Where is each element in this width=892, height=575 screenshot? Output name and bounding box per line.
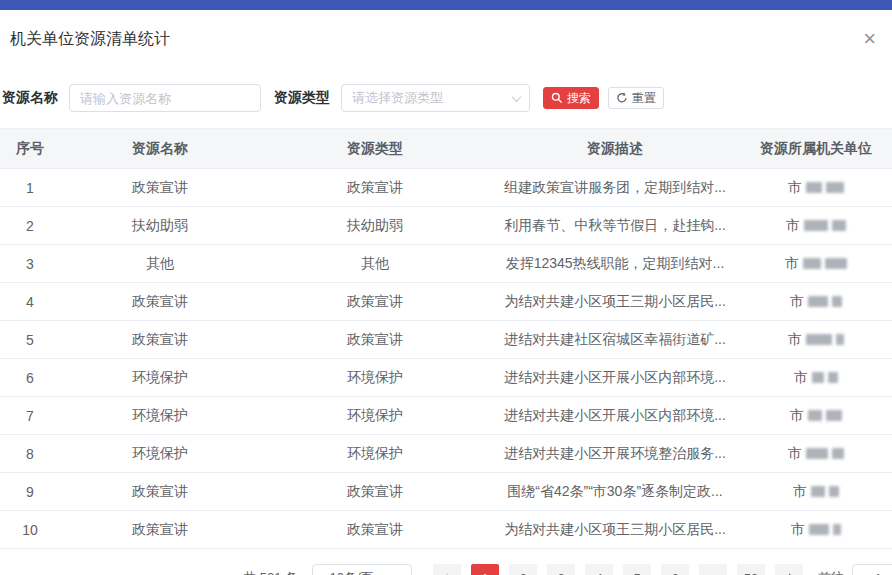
cell-resource-type: 环境保护 — [260, 435, 490, 473]
redacted-block — [828, 372, 838, 383]
cell-resource-desc: 为结对共建小区项王三期小区居民... — [490, 283, 740, 321]
column-header-type: 资源类型 — [260, 129, 490, 169]
redacted-block — [832, 220, 846, 231]
table-row: 10 政策宣讲 政策宣讲 为结对共建小区项王三期小区居民... 市 — [0, 511, 892, 549]
top-accent-bar — [0, 0, 892, 10]
resource-name-input[interactable] — [69, 84, 261, 112]
chevron-down-icon — [386, 572, 396, 575]
cell-resource-type: 政策宣讲 — [260, 169, 490, 207]
table-row: 7 环境保护 环境保护 进结对共建小区开展小区内部环境... 市 — [0, 397, 892, 435]
search-button[interactable]: 搜索 — [543, 87, 599, 109]
chevron-down-icon — [512, 92, 522, 102]
cell-resource-unit: 市 — [740, 397, 892, 435]
modal-header: 机关单位资源清单统计 × — [0, 10, 892, 50]
cell-index: 2 — [0, 207, 60, 245]
redacted-block — [806, 334, 832, 345]
redacted-block — [806, 448, 828, 459]
resource-type-label: 资源类型 — [274, 89, 330, 107]
cell-resource-desc: 进结对共建小区开展小区内部环境... — [490, 359, 740, 397]
page-number-group: 123456•••53 — [466, 564, 770, 575]
cell-resource-desc: 进结对共建小区开展小区内部环境... — [490, 397, 740, 435]
resource-table: 序号 资源名称 资源类型 资源描述 资源所属机关单位 1 政策宣讲 政策宣讲 组… — [0, 128, 892, 549]
table-row: 8 环境保护 环境保护 进结对共建小区开展环境整治服务... 市 — [0, 435, 892, 473]
cell-resource-desc: 为结对共建小区项王三期小区居民... — [490, 511, 740, 549]
cell-resource-type: 环境保护 — [260, 359, 490, 397]
cell-index: 8 — [0, 435, 60, 473]
table-header: 序号 资源名称 资源类型 资源描述 资源所属机关单位 — [0, 129, 892, 169]
next-page-button[interactable] — [775, 564, 803, 575]
page-button-1[interactable]: 1 — [471, 564, 499, 575]
cell-index: 6 — [0, 359, 60, 397]
cell-resource-type: 政策宣讲 — [260, 511, 490, 549]
table-row: 9 政策宣讲 政策宣讲 围绕“省42条”“市30条”逐条制定政... 市 — [0, 473, 892, 511]
redacted-block — [833, 524, 841, 535]
cell-resource-desc: 利用春节、中秋等节假日，赴挂钩... — [490, 207, 740, 245]
cell-resource-desc: 围绕“省42条”“市30条”逐条制定政... — [490, 473, 740, 511]
cell-resource-name: 政策宣讲 — [60, 283, 260, 321]
page-size-value: 10条/页 — [329, 569, 373, 575]
cell-resource-name: 其他 — [60, 245, 260, 283]
goto-page-input[interactable] — [852, 564, 892, 575]
cell-resource-unit: 市 — [740, 169, 892, 207]
column-header-desc: 资源描述 — [490, 129, 740, 169]
total-count: 共 521 条 — [243, 569, 298, 575]
cell-resource-desc: 进结对共建小区开展环境整治服务... — [490, 435, 740, 473]
filter-bar: 资源名称 资源类型 请选择资源类型 搜索 重置 — [2, 84, 892, 112]
redacted-block — [832, 296, 842, 307]
cell-resource-name: 政策宣讲 — [60, 473, 260, 511]
redacted-block — [826, 410, 842, 421]
page-button-3[interactable]: 3 — [547, 564, 575, 575]
redacted-block — [832, 448, 844, 459]
cell-index: 3 — [0, 245, 60, 283]
cell-resource-unit: 市 — [740, 245, 892, 283]
cell-resource-type: 环境保护 — [260, 397, 490, 435]
redacted-block — [812, 372, 824, 383]
page-button-4[interactable]: 4 — [585, 564, 613, 575]
cell-resource-name: 环境保护 — [60, 359, 260, 397]
cell-resource-name: 扶幼助弱 — [60, 207, 260, 245]
cell-resource-name: 政策宣讲 — [60, 511, 260, 549]
cell-resource-unit: 市 — [740, 207, 892, 245]
column-header-unit: 资源所属机关单位 — [740, 129, 892, 169]
reset-button-label: 重置 — [632, 90, 656, 107]
resource-name-label: 资源名称 — [2, 89, 58, 107]
cell-resource-unit: 市 — [740, 435, 892, 473]
table-row: 3 其他 其他 发挥12345热线职能，定期到结对... 市 — [0, 245, 892, 283]
redacted-block — [803, 258, 821, 269]
page-button-2[interactable]: 2 — [509, 564, 537, 575]
cell-resource-unit: 市 — [740, 359, 892, 397]
redacted-block — [825, 258, 847, 269]
page-size-select[interactable]: 10条/页 — [312, 564, 412, 575]
more-pages-button[interactable]: ••• — [699, 564, 727, 575]
redacted-block — [806, 182, 822, 193]
cell-resource-type: 扶幼助弱 — [260, 207, 490, 245]
redacted-block — [811, 486, 825, 497]
redacted-block — [808, 410, 822, 421]
cell-index: 5 — [0, 321, 60, 359]
table-row: 2 扶幼助弱 扶幼助弱 利用春节、中秋等节假日，赴挂钩... 市 — [0, 207, 892, 245]
cell-resource-unit: 市 — [740, 511, 892, 549]
redacted-block — [804, 220, 828, 231]
resource-type-select[interactable]: 请选择资源类型 — [341, 84, 530, 112]
redacted-block — [809, 524, 829, 535]
page-button-5[interactable]: 5 — [623, 564, 651, 575]
close-icon[interactable]: × — [859, 28, 880, 50]
redacted-block — [808, 296, 828, 307]
cell-resource-unit: 市 — [740, 283, 892, 321]
cell-index: 1 — [0, 169, 60, 207]
refresh-icon — [616, 92, 628, 104]
cell-index: 9 — [0, 473, 60, 511]
table-row: 5 政策宣讲 政策宣讲 进结对共建社区宿城区幸福街道矿... 市 — [0, 321, 892, 359]
cell-resource-type: 政策宣讲 — [260, 473, 490, 511]
page-title: 机关单位资源清单统计 — [10, 28, 170, 50]
cell-resource-desc: 发挥12345热线职能，定期到结对... — [490, 245, 740, 283]
prev-page-button[interactable] — [433, 564, 461, 575]
page-button-6[interactable]: 6 — [661, 564, 689, 575]
cell-resource-name: 政策宣讲 — [60, 321, 260, 359]
pagination-bar: 共 521 条 10条/页 123456•••53 前往 — [0, 564, 892, 575]
page-button-53[interactable]: 53 — [737, 564, 765, 575]
reset-button[interactable]: 重置 — [608, 87, 664, 109]
cell-resource-type: 政策宣讲 — [260, 321, 490, 359]
cell-resource-unit: 市 — [740, 321, 892, 359]
cell-resource-desc: 组建政策宣讲服务团，定期到结对... — [490, 169, 740, 207]
